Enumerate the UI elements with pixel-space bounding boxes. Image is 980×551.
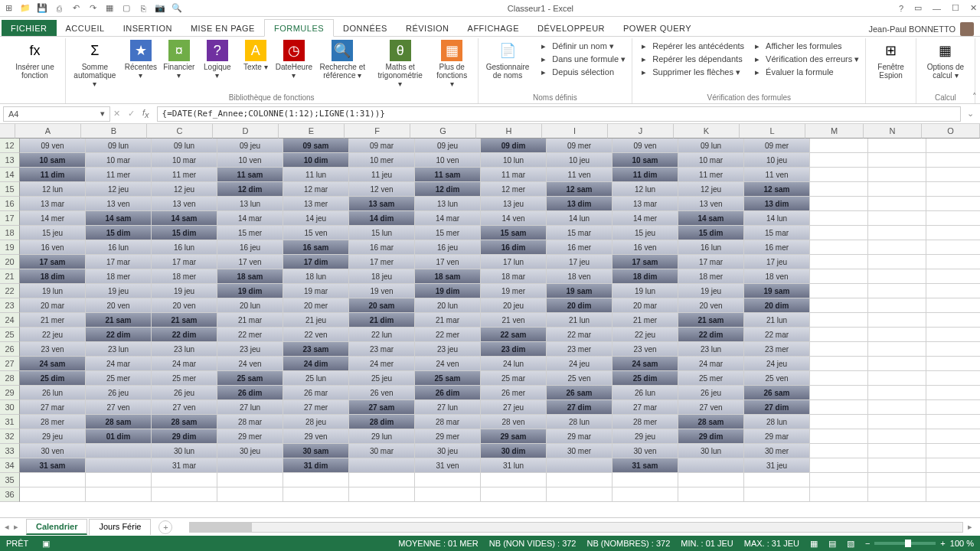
cell[interactable]: 19 dim (415, 284, 481, 298)
cell[interactable]: 19 jeu (678, 284, 744, 298)
close-icon[interactable]: ✕ (970, 3, 977, 13)
cell[interactable]: 24 mer (349, 357, 415, 371)
cell[interactable] (810, 211, 868, 226)
cell[interactable] (810, 444, 868, 458)
cell[interactable] (810, 240, 868, 255)
cell[interactable]: 22 dim (86, 328, 152, 342)
cell[interactable]: 23 dim (481, 342, 547, 357)
cell[interactable] (926, 284, 980, 298)
cell[interactable]: 25 dim (612, 371, 678, 386)
cell[interactable]: 28 mer (20, 415, 86, 429)
cell[interactable] (868, 240, 926, 255)
trace-precedents-button[interactable]: ▸Repérer les antécédents (637, 40, 746, 52)
cell[interactable] (926, 328, 980, 342)
logical-button[interactable]: ?Logique ▾ (201, 38, 234, 81)
cell[interactable]: 26 mer (481, 386, 547, 400)
cell[interactable] (86, 487, 152, 502)
sheet-tab[interactable]: Calendrier (26, 519, 87, 535)
cell[interactable]: 29 sam (481, 429, 547, 444)
cell[interactable]: 19 lun (612, 284, 678, 298)
row-header[interactable]: 28 (0, 371, 20, 386)
tab-affichage[interactable]: AFFICHAGE (459, 20, 528, 36)
more-button[interactable]: ▦Plus de fonctions ▾ (431, 38, 473, 90)
cell[interactable]: 21 jeu (283, 313, 349, 328)
cell[interactable] (217, 473, 283, 487)
cell[interactable]: 15 mar (547, 226, 612, 240)
cell[interactable]: 26 mar (283, 386, 349, 400)
cell[interactable]: 20 mar (612, 298, 678, 313)
cell[interactable]: 26 jeu (152, 386, 217, 400)
row-header[interactable]: 16 (0, 197, 20, 211)
cell[interactable]: 25 sam (217, 371, 283, 386)
use-formula-button[interactable]: ▸Dans une formule ▾ (537, 53, 627, 65)
cell[interactable] (926, 226, 980, 240)
cell[interactable] (810, 153, 868, 168)
cell[interactable]: 25 ven (744, 371, 810, 386)
cell[interactable] (481, 487, 547, 502)
row-header[interactable]: 19 (0, 240, 20, 255)
cell[interactable] (868, 313, 926, 328)
cell[interactable]: 27 ven (86, 400, 152, 415)
cell[interactable]: 10 mar (678, 153, 744, 168)
row-header[interactable]: 30 (0, 400, 20, 415)
cell[interactable]: 19 jeu (152, 284, 217, 298)
row-header[interactable]: 35 (0, 473, 20, 487)
zoom-control[interactable]: −+ 100 % (865, 539, 974, 548)
cell[interactable]: 20 dim (744, 298, 810, 313)
cell[interactable]: 16 lun (152, 240, 217, 255)
col-header[interactable]: M (805, 124, 864, 139)
cell[interactable]: 09 ven (20, 139, 86, 153)
cell[interactable]: 14 sam (152, 211, 217, 226)
cell[interactable]: 28 mer (612, 415, 678, 429)
cell[interactable]: 28 lun (744, 415, 810, 429)
cell[interactable]: 24 jeu (744, 357, 810, 371)
error-check-button[interactable]: ▸Vérification des erreurs ▾ (750, 53, 861, 65)
cell[interactable] (678, 487, 744, 502)
cell[interactable]: 30 ven (612, 444, 678, 458)
row-header[interactable]: 25 (0, 328, 20, 342)
cell[interactable] (810, 255, 868, 269)
cell[interactable] (868, 386, 926, 400)
col-header[interactable]: H (476, 124, 542, 139)
cell[interactable] (547, 458, 612, 473)
cell[interactable] (868, 269, 926, 284)
cell[interactable]: 22 mar (547, 328, 612, 342)
cell[interactable]: 11 mar (481, 168, 547, 182)
cell[interactable]: 23 lun (152, 342, 217, 357)
cells[interactable]: 09 ven09 lun09 lun09 jeu09 sam09 mar09 j… (20, 139, 980, 517)
cell[interactable] (868, 153, 926, 168)
cell[interactable] (926, 313, 980, 328)
cell[interactable] (810, 328, 868, 342)
cell[interactable]: 19 ven (349, 284, 415, 298)
cell[interactable]: 29 mar (744, 429, 810, 444)
cell[interactable] (810, 182, 868, 197)
cell[interactable]: 31 ven (415, 458, 481, 473)
ribbon-display-icon[interactable]: ▭ (914, 3, 922, 13)
cell[interactable]: 17 dim (283, 255, 349, 269)
row-header[interactable]: 29 (0, 386, 20, 400)
cell[interactable]: 15 dim (86, 226, 152, 240)
cell[interactable]: 24 sam (612, 357, 678, 371)
cell[interactable]: 20 sam (349, 298, 415, 313)
math-button[interactable]: θMaths et trigonométrie ▾ (374, 38, 426, 90)
cell[interactable]: 18 ven (744, 269, 810, 284)
cell[interactable] (810, 269, 868, 284)
row-header[interactable]: 24 (0, 313, 20, 328)
cell[interactable]: 11 mer (152, 168, 217, 182)
cell[interactable]: 15 dim (678, 226, 744, 240)
cell[interactable] (810, 371, 868, 386)
cell[interactable] (926, 458, 980, 473)
cell[interactable]: 20 jeu (481, 298, 547, 313)
cell[interactable] (868, 458, 926, 473)
from-selection-button[interactable]: ▸Depuis sélection (537, 66, 627, 78)
cell[interactable] (810, 226, 868, 240)
cell[interactable]: 22 mer (415, 328, 481, 342)
row-header[interactable]: 12 (0, 139, 20, 153)
cell[interactable]: 22 ven (283, 328, 349, 342)
row-header[interactable]: 17 (0, 211, 20, 226)
text-button[interactable]: ATexte ▾ (239, 38, 273, 73)
col-header[interactable]: B (81, 124, 147, 139)
cell[interactable]: 14 dim (349, 211, 415, 226)
cell[interactable]: 17 jeu (547, 255, 612, 269)
excel-icon[interactable]: ⊞ (3, 3, 14, 14)
